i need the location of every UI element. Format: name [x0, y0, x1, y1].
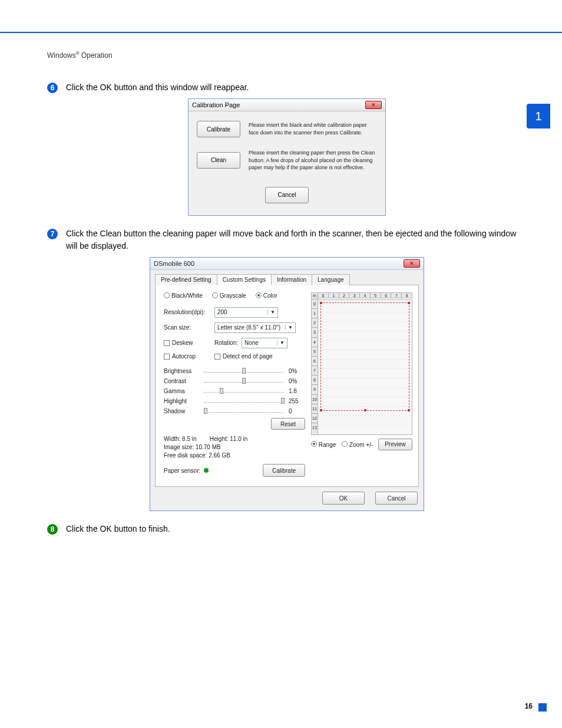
shadow-value: 0: [289, 408, 305, 414]
highlight-label: Highlight: [164, 398, 204, 404]
step-badge-8: 8: [47, 524, 58, 535]
calibrate-button[interactable]: Calibrate: [197, 121, 240, 137]
custom-settings-panel: Black/White Grayscale Color Resolution(d…: [155, 285, 419, 487]
ok-button[interactable]: OK: [322, 492, 365, 505]
scansize-value: Letter size (8.5'' x 11.0''): [217, 324, 280, 331]
dsmobile-dialog: DSmobile 600 ✕ Pre-defined Setting Custo…: [150, 257, 424, 511]
unit-label: In: [311, 292, 318, 299]
gamma-slider[interactable]: [204, 390, 284, 393]
contrast-value: 0%: [289, 378, 305, 384]
step-6: 6 Click the OK button and this window wi…: [47, 81, 527, 94]
calibrate-description: Please insert the black and white calibr…: [249, 121, 377, 136]
rotation-dropdown[interactable]: None▼: [242, 338, 287, 348]
brightness-label: Brightness: [164, 368, 204, 374]
gamma-label: Gamma: [164, 388, 204, 394]
ruler-vertical: 012345678910111213: [311, 299, 318, 435]
autocrop-label: Autocrop: [172, 353, 196, 360]
calibration-title: Calibration Page: [192, 101, 240, 108]
step-badge-7: 7: [47, 229, 58, 239]
calibrate-button-2[interactable]: Calibrate: [263, 464, 305, 477]
brightness-value: 0%: [289, 368, 305, 374]
tab-predefined[interactable]: Pre-defined Setting: [155, 274, 217, 285]
resolution-value: 200: [217, 309, 227, 315]
height-info: Height: 11.0 in: [210, 436, 248, 442]
rotation-value: None: [244, 340, 259, 346]
calibration-dialog: Calibration Page ✕ Calibrate Please inse…: [188, 98, 386, 216]
cancel-button-2[interactable]: Cancel: [375, 492, 418, 505]
radio-bw-label: Black/White: [171, 292, 203, 299]
scansize-dropdown[interactable]: Letter size (8.5'' x 11.0'')▼: [214, 322, 296, 333]
autocrop-checkbox[interactable]: Autocrop: [164, 353, 214, 360]
tab-information[interactable]: Information: [271, 274, 312, 285]
contrast-slider[interactable]: [204, 380, 284, 383]
contrast-label: Contrast: [164, 378, 204, 384]
preview-button[interactable]: Preview: [378, 439, 412, 450]
radio-bw[interactable]: Black/White: [164, 292, 203, 299]
diskspace-info: Free disk space: 2.66 GB: [164, 452, 305, 459]
tab-language[interactable]: Language: [312, 274, 350, 285]
paper-sensor-indicator-icon: [204, 468, 209, 473]
brightness-slider[interactable]: [204, 370, 284, 373]
tab-strip: Pre-defined Setting Custom Settings Info…: [150, 270, 424, 285]
resolution-dropdown[interactable]: 200▼: [214, 307, 278, 318]
highlight-value: 255: [289, 398, 305, 404]
radio-color[interactable]: Color: [256, 292, 277, 299]
page-mark-icon: [538, 703, 547, 711]
chevron-down-icon: ▼: [285, 325, 293, 330]
step-7: 7 Click the Clean button the cleaning pa…: [47, 228, 527, 252]
width-info: Width: 8.5 in: [164, 436, 197, 442]
selection-rect[interactable]: [320, 302, 409, 411]
step-7-text: Click the Clean button the cleaning pape…: [66, 228, 527, 252]
ruler-horizontal: 012345678: [318, 292, 412, 298]
radio-color-label: Color: [263, 292, 277, 299]
preview-canvas[interactable]: [318, 299, 412, 435]
detect-end-label: Detect end of page: [223, 353, 273, 360]
page-header: Windows® Operation: [47, 51, 113, 60]
resolution-label: Resolution(dpi):: [164, 309, 214, 315]
radio-gray-label: Grayscale: [220, 292, 246, 299]
section-tab: 1: [527, 104, 550, 129]
clean-button[interactable]: Clean: [197, 152, 240, 169]
page-number: 16: [525, 702, 533, 710]
paper-sensor-label: Paper sensor:: [164, 467, 200, 474]
radio-range[interactable]: Range: [311, 441, 336, 448]
close-icon[interactable]: ✕: [365, 101, 382, 109]
cancel-button[interactable]: Cancel: [265, 187, 309, 203]
deskew-label: Deskew: [172, 340, 193, 346]
tab-custom-settings[interactable]: Custom Settings: [217, 274, 272, 285]
step-8: 8 Click the OK button to finish.: [47, 523, 527, 535]
dsmobile-title: DSmobile 600: [154, 260, 194, 267]
step-8-text: Click the OK button to finish.: [66, 523, 170, 535]
chevron-down-icon: ▼: [267, 309, 275, 315]
radio-grayscale[interactable]: Grayscale: [212, 292, 246, 299]
radio-zoom[interactable]: Zoom +/-: [342, 441, 373, 448]
range-label: Range: [319, 442, 336, 448]
rotation-label: Rotation:: [214, 340, 242, 346]
step-badge-6: 6: [47, 83, 58, 93]
deskew-checkbox[interactable]: Deskew: [164, 340, 214, 346]
dsmobile-titlebar: DSmobile 600 ✕: [150, 258, 424, 270]
gamma-value: 1.8: [289, 388, 305, 394]
clean-description: Please insert the cleaning paper then pr…: [249, 149, 377, 172]
shadow-label: Shadow: [164, 408, 204, 414]
reset-button[interactable]: Reset: [271, 418, 305, 430]
chevron-down-icon: ▼: [277, 340, 285, 345]
close-icon[interactable]: ✕: [404, 259, 420, 268]
step-6-text: Click the OK button and this window will…: [66, 81, 249, 94]
shadow-slider[interactable]: [204, 410, 284, 413]
imgsize-info: Image size: 10.70 MB: [164, 444, 305, 450]
top-divider: [0, 32, 562, 33]
scansize-label: Scan size:: [164, 324, 214, 331]
detect-end-checkbox[interactable]: Detect end of page: [214, 353, 273, 360]
zoom-label: Zoom +/-: [349, 442, 373, 448]
highlight-slider[interactable]: [204, 400, 284, 403]
calibration-titlebar: Calibration Page ✕: [189, 99, 385, 111]
